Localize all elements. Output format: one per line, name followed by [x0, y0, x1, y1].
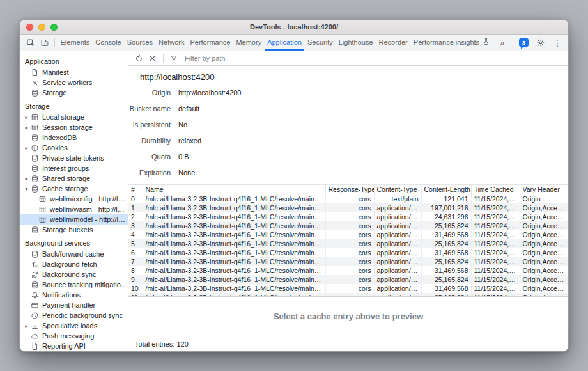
database-icon: [30, 249, 40, 258]
table-row[interactable]: 2/mlc-ai/Llama-3.2-3B-Instruct-q4f16_1-M…: [128, 212, 568, 221]
sidebar-item-label: Bounce tracking mitigations: [42, 281, 128, 288]
preview-hint: Select a cache entry above to preview: [274, 312, 423, 321]
sidebar-item-periodic-background-sync[interactable]: Periodic background sync: [20, 310, 128, 320]
table-row[interactable]: 4/mlc-ai/Llama-3.2-3B-Instruct-q4f16_1-M…: [128, 230, 568, 239]
cell-response-type: cors: [325, 230, 374, 239]
metadata-value: default: [178, 105, 199, 113]
cell-time-cached: 11/15/2024, 10…: [471, 257, 520, 266]
sidebar-item-service-workers[interactable]: Service workers: [20, 77, 128, 88]
cell-time-cached: 11/15/2024, 10…: [471, 248, 520, 257]
sidebar-item-storage-buckets[interactable]: Storage buckets: [20, 225, 128, 235]
tab-label: Recorder: [379, 38, 408, 46]
sidebar-item-back-forward-cache[interactable]: Back/forward cache: [20, 249, 128, 259]
tab-sources[interactable]: Sources: [124, 35, 155, 51]
tab-performance[interactable]: Performance: [187, 35, 233, 51]
sidebar-item-cookies[interactable]: ▸Cookies: [20, 143, 128, 153]
cell-vary-header: Origin,Access…: [520, 239, 568, 248]
column-header-content-type[interactable]: Content-Type: [374, 185, 421, 194]
tab-label: Performance: [190, 38, 230, 46]
table-row[interactable]: 10/mlc-ai/Llama-3.2-3B-Instruct-q4f16_1-…: [128, 284, 568, 293]
titlebar[interactable]: DevTools - localhost:4200/: [20, 20, 568, 35]
chevron-right-icon[interactable]: ▸: [23, 323, 30, 329]
table-row[interactable]: 5/mlc-ai/Llama-3.2-3B-Instruct-q4f16_1-M…: [128, 239, 568, 248]
cell-content-type: application/oc…: [374, 221, 421, 230]
chevron-right-icon[interactable]: ▸: [23, 114, 30, 120]
cell-content-length: 24,631,296: [421, 212, 471, 221]
tab-application[interactable]: Application: [265, 35, 305, 51]
sidebar-item-session-storage[interactable]: ▸Session storage: [20, 122, 128, 132]
sidebar-item-label: IndexedDB: [42, 134, 77, 141]
tab-lighthouse[interactable]: Lighthouse: [336, 35, 376, 51]
sidebar-item-notifications[interactable]: Notifications: [20, 290, 128, 300]
column-header-time-cached[interactable]: Time Cached: [471, 185, 520, 194]
table-row[interactable]: 6/mlc-ai/Llama-3.2-3B-Instruct-q4f16_1-M…: [128, 248, 568, 257]
tab-recorder[interactable]: Recorder: [376, 35, 410, 51]
sidebar-item-background-fetch[interactable]: Background fetch: [20, 259, 128, 269]
chevron-right-icon[interactable]: ▸: [23, 125, 30, 130]
close-button[interactable]: [26, 24, 33, 31]
filter-by-path-input[interactable]: [185, 54, 300, 62]
column-header-response-type[interactable]: Response-Type: [325, 185, 374, 194]
tab-performance-insights[interactable]: Performance insights: [410, 35, 496, 51]
column-header-vary-header[interactable]: Vary Header: [520, 185, 568, 194]
sidebar-item-push-messaging[interactable]: Push messaging: [20, 331, 128, 341]
table-row[interactable]: 9/mlc-ai/Llama-3.2-3B-Instruct-q4f16_1-M…: [128, 275, 568, 284]
column-header-[interactable]: #: [128, 185, 143, 194]
sidebar-item-manifest[interactable]: Manifest: [20, 67, 128, 77]
device-toolbar-icon[interactable]: [38, 36, 52, 49]
devtools-body: ApplicationManifestService workersStorag…: [20, 51, 568, 351]
table-row[interactable]: 8/mlc-ai/Llama-3.2-3B-Instruct-q4f16_1-M…: [128, 266, 568, 275]
sidebar-item-cache-storage[interactable]: ▾Cache storage: [20, 184, 128, 194]
sidebar-item-webllm-wasm-http-loca[interactable]: webllm/wasm - http://loca…: [20, 204, 128, 214]
sidebar-item-local-storage[interactable]: ▸Local storage: [20, 112, 128, 122]
sidebar-item-speculative-loads[interactable]: ▸Speculative loads: [20, 320, 128, 331]
refresh-icon[interactable]: [133, 52, 144, 65]
metadata-row-quota: Quota0 B: [128, 148, 568, 164]
tab-elements[interactable]: Elements: [58, 35, 93, 51]
table-row[interactable]: 7/mlc-ai/Llama-3.2-3B-Instruct-q4f16_1-M…: [128, 257, 568, 266]
column-header-content-length[interactable]: Content-Length: [421, 185, 471, 194]
sidebar-item-private-state-tokens[interactable]: Private state tokens: [20, 153, 128, 163]
tab-console[interactable]: Console: [93, 35, 124, 51]
chevron-right-icon[interactable]: ▸: [23, 176, 30, 182]
table-icon: [30, 123, 40, 132]
cell-time-cached: 11/15/2024, 10…: [471, 194, 520, 203]
cell-time-cached: 11/15/2024, 10…: [471, 284, 520, 293]
sidebar-item-webllm-config-http-loc[interactable]: webllm/config - http://loc…: [20, 194, 128, 204]
sidebar-item-interest-groups[interactable]: Interest groups: [20, 163, 128, 173]
sidebar-item-shared-storage[interactable]: ▸Shared storage: [20, 173, 128, 184]
table-row[interactable]: 0/mlc-ai/Llama-3.2-3B-Instruct-q4f16_1-M…: [128, 194, 568, 203]
table-row[interactable]: 1/mlc-ai/Llama-3.2-3B-Instruct-q4f16_1-M…: [128, 203, 568, 212]
metadata-value: 0 B: [178, 153, 189, 161]
section-header-background-services: Background services: [20, 235, 128, 249]
cell-index: 3: [128, 221, 143, 230]
kebab-menu-icon[interactable]: ⋮: [553, 38, 562, 47]
chevron-right-icon[interactable]: ▸: [23, 145, 30, 151]
settings-gear-icon[interactable]: [535, 36, 546, 49]
column-header-name[interactable]: Name: [143, 185, 325, 194]
sidebar-item-reporting-api[interactable]: Reporting API: [20, 341, 128, 351]
metadata-label: Durability: [128, 137, 171, 145]
tab-security[interactable]: Security: [304, 35, 336, 51]
chevron-down-icon[interactable]: ▾: [23, 186, 30, 192]
sidebar-item-payment-handler[interactable]: Payment handler: [20, 300, 128, 310]
cell-response-type: cors: [325, 248, 374, 257]
cell-index: 6: [128, 248, 143, 257]
tab-network[interactable]: Network: [156, 35, 187, 51]
messages-badge[interactable]: 3: [519, 38, 529, 47]
table-row[interactable]: 3/mlc-ai/Llama-3.2-3B-Instruct-q4f16_1-M…: [128, 221, 568, 230]
inspect-icon[interactable]: [24, 36, 38, 49]
cell-content-length: 25,165,824: [421, 257, 471, 266]
cell-response-type: cors: [325, 275, 374, 284]
tab-memory[interactable]: Memory: [233, 35, 265, 51]
sidebar-item-webllm-model-http-loc[interactable]: webllm/model - http://loc…: [20, 214, 128, 225]
more-tabs-icon[interactable]: »: [497, 38, 509, 47]
sidebar-item-label: Speculative loads: [42, 322, 97, 329]
sidebar-item-background-sync[interactable]: Background sync: [20, 269, 128, 280]
sidebar-item-bounce-tracking-mitigations[interactable]: Bounce tracking mitigations: [20, 280, 128, 290]
clear-icon[interactable]: ✕: [148, 54, 157, 63]
sidebar-item-storage[interactable]: Storage: [20, 88, 128, 98]
sidebar-item-indexeddb[interactable]: IndexedDB: [20, 132, 128, 143]
minimize-button[interactable]: [38, 24, 45, 31]
zoom-button[interactable]: [50, 24, 58, 31]
